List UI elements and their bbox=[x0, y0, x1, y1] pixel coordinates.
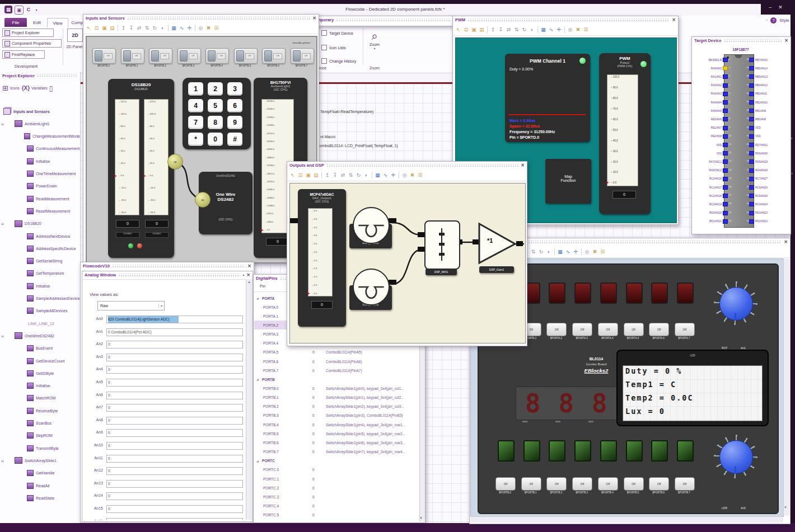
window-controls[interactable]: – ✕ bbox=[761, 0, 791, 15]
panel-2d-button[interactable]: 2D bbox=[67, 29, 83, 42]
off-button-bottom[interactable]: Off bbox=[649, 477, 669, 491]
pin-row-portb-5[interactable]: PORTB.50SwitchArraySlide1(pin5), keypad_… bbox=[254, 429, 419, 438]
tree-item-getidbyte[interactable]: GetIDByte bbox=[0, 368, 80, 378]
green-button-icon[interactable] bbox=[651, 440, 668, 462]
select-box-icon[interactable]: ⊡ bbox=[93, 24, 100, 31]
align-bottom-icon[interactable]: ↧ bbox=[331, 171, 339, 178]
off-button-top[interactable]: Off bbox=[624, 323, 644, 336]
wire-mode-icon[interactable]: ∿ bbox=[382, 171, 389, 178]
green-button-icon[interactable] bbox=[549, 440, 565, 462]
zoom-fit-icon[interactable]: ◎ bbox=[583, 248, 591, 255]
refresh-icon[interactable]: C bbox=[25, 6, 32, 13]
switch-lever[interactable] bbox=[208, 50, 216, 62]
tree-item-gettemperature[interactable]: GetTemperature bbox=[0, 269, 80, 279]
tree-item-sampleaddresseddevice[interactable]: SampleAddressedDevice bbox=[0, 294, 80, 304]
keypad-key-star[interactable]: * bbox=[188, 133, 203, 146]
clear-icon[interactable]: ☒ bbox=[582, 26, 590, 33]
delete-icon[interactable]: ✖ bbox=[205, 24, 212, 31]
analog-value-input[interactable]: 0 bbox=[106, 354, 243, 361]
rotate-icon[interactable]: ↻ bbox=[537, 248, 545, 255]
off-button-top[interactable]: Off bbox=[598, 323, 618, 336]
pin-row-porta-7[interactable]: PORTA.70ComboBL0114(PinA7) bbox=[254, 366, 419, 375]
switch--portb-1[interactable]: Off bbox=[121, 48, 144, 64]
rotate-icon[interactable]: ↻ bbox=[521, 26, 528, 33]
green-button-icon[interactable] bbox=[626, 440, 643, 462]
wire-mode-icon[interactable]: ∿ bbox=[564, 248, 572, 255]
pin-row-portc-1[interactable]: PORTC.10 bbox=[254, 474, 419, 483]
tree-item-readall[interactable]: ReadAll bbox=[0, 481, 80, 491]
panel-2d-label[interactable]: 2D Panel bbox=[65, 45, 84, 49]
tree-item-gethandle[interactable]: GetHandle bbox=[0, 468, 80, 478]
switch-lever[interactable] bbox=[236, 50, 244, 62]
dsp-mixer-component[interactable] bbox=[424, 220, 460, 270]
pin-row-portc-5[interactable]: PORTC.50 bbox=[254, 511, 419, 520]
flip-horizontal-icon[interactable]: ⇄ bbox=[505, 26, 512, 33]
window-temporary[interactable]: Temporary bbox=[305, 16, 453, 26]
view-as-dropdown[interactable]: Raw▾ bbox=[97, 301, 165, 310]
delete-icon[interactable]: ✖ bbox=[574, 26, 582, 33]
analog-value-input[interactable]: 0 bbox=[106, 492, 243, 500]
connector-node-icon[interactable]: (A) bbox=[167, 154, 183, 170]
vertical-scrollbar[interactable]: ▲ bbox=[246, 279, 252, 520]
zoom-dropdown-arrow[interactable]: ▾ bbox=[365, 46, 384, 50]
keypad-component[interactable]: 123456789*0# bbox=[183, 78, 251, 149]
align-bottom-icon[interactable]: ↧ bbox=[128, 24, 135, 31]
tree-item-link-line-13[interactable]: LINK_LINE_13 bbox=[0, 318, 80, 328]
pin-row-portb-4[interactable]: PORTB.40SwitchArraySlide1(pin4), keypad_… bbox=[254, 420, 419, 429]
pin-row-portc-0[interactable]: PORTC.00 bbox=[254, 465, 419, 474]
pin-row-portb-6[interactable]: PORTB.60SwitchArraySlide1(pin6), keypad_… bbox=[254, 438, 419, 447]
window-title-bar[interactable]: Inputs and Sensors✕ bbox=[83, 15, 319, 22]
checkbox[interactable] bbox=[321, 30, 327, 36]
keypad-key-hash[interactable]: # bbox=[227, 133, 242, 146]
group-icon[interactable]: ▦ bbox=[540, 26, 547, 33]
paste-icon[interactable]: ▤ bbox=[109, 24, 116, 31]
minimize-icon[interactable]: – bbox=[769, 4, 771, 10]
analog-window[interactable]: Analog Window•✕View values as:Raw▾An0820… bbox=[82, 271, 253, 522]
keypad-key-3[interactable]: 3 bbox=[227, 82, 242, 96]
select-icon[interactable]: ↖ bbox=[289, 171, 296, 178]
zoom-button-label[interactable]: Zoom bbox=[365, 43, 384, 46]
off-button-bottom[interactable]: Off bbox=[495, 477, 516, 491]
tree-item-switcharrayslide1[interactable]: ⊟SwitchArraySlide1 bbox=[0, 455, 80, 465]
close-icon[interactable]: ✕ bbox=[778, 4, 783, 10]
close-icon[interactable]: ✕ bbox=[521, 163, 525, 168]
pin-row-portb-0[interactable]: PORTB.00SwitchArraySlide1(pin0), keypad_… bbox=[254, 384, 419, 393]
off-button-top[interactable]: Off bbox=[572, 323, 592, 336]
anchor-icon[interactable]: ✛ bbox=[572, 248, 579, 255]
select-box-icon[interactable]: ⊡ bbox=[297, 171, 304, 178]
window-title-bar[interactable]: Target Device✕ bbox=[692, 37, 791, 44]
tree-item-onetimemeasurement[interactable]: OneTimeMeasurement bbox=[0, 169, 80, 179]
analog-value-input[interactable]: 0 bbox=[106, 455, 243, 463]
expander-icon[interactable]: ⊟ bbox=[1, 459, 6, 463]
keypad-key-1[interactable]: 1 bbox=[188, 82, 203, 96]
analog-value-input[interactable]: 0 bbox=[106, 366, 243, 374]
switch-lever[interactable] bbox=[95, 50, 102, 62]
horizontal-scrollbar[interactable] bbox=[470, 516, 783, 522]
window-outputs-and-dsp[interactable]: Outputs and DSP✕↖⊡▣▤↥↧⇄⇅↻◐▦∿✛◎✖☒MCP47x6D… bbox=[287, 161, 527, 346]
green-button-icon[interactable] bbox=[600, 440, 617, 462]
copy-icon[interactable]: ▣ bbox=[101, 24, 108, 31]
checkbox[interactable] bbox=[321, 45, 327, 50]
expander-icon[interactable]: ◢ bbox=[256, 378, 261, 381]
scroll-down-icon[interactable]: ▼ bbox=[784, 506, 787, 509]
expander-icon[interactable]: ◢ bbox=[256, 459, 261, 463]
pin-row-porta-5[interactable]: PORTA.50ComboBL0114(PinA5) bbox=[254, 348, 419, 357]
group-icon[interactable]: ▦ bbox=[170, 24, 177, 31]
tree-item-readstate[interactable]: ReadState bbox=[0, 493, 80, 503]
mirror-icon[interactable]: ◐ bbox=[545, 248, 553, 255]
switch-lever[interactable] bbox=[123, 50, 131, 62]
tree-item-initialise[interactable]: Initialise bbox=[0, 156, 80, 166]
save-icon[interactable]: ▣ bbox=[15, 6, 24, 15]
green-button-icon[interactable] bbox=[677, 440, 694, 462]
switch--portb-6[interactable]: Off bbox=[262, 48, 286, 64]
analog-value-input[interactable]: 0 bbox=[106, 379, 243, 387]
off-button-bottom[interactable]: Off bbox=[624, 477, 644, 491]
analog-value-input[interactable]: 0 bbox=[106, 417, 243, 425]
tree-item-addressspecificdevice[interactable]: AddressSpecificDevice bbox=[0, 243, 80, 253]
flip-horizontal-icon[interactable]: ⇄ bbox=[135, 24, 143, 31]
close-icon[interactable]: ✕ bbox=[246, 272, 250, 277]
keypad-key-5[interactable]: 5 bbox=[208, 99, 223, 112]
pin-row-portc-2[interactable]: PORTC.20 bbox=[254, 483, 419, 492]
clear-icon[interactable]: ☒ bbox=[213, 24, 220, 31]
tree-item-getserialstring[interactable]: GetSerialString bbox=[0, 256, 80, 266]
